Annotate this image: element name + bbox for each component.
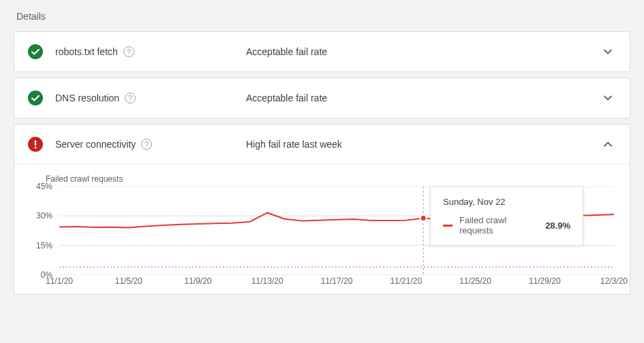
chart-title: Failed crawl requests (46, 174, 616, 184)
y-tick: 45% (36, 182, 52, 191)
svg-point-11 (420, 215, 427, 221)
details-row-server-expanded: Server connectivity ? High fail rate las… (14, 124, 630, 295)
chevron-down-icon (600, 93, 616, 103)
x-tick: 11/13/20 (251, 276, 283, 286)
svg-point-1 (28, 91, 43, 105)
y-tick: 30% (36, 211, 52, 220)
section-title: Details (16, 11, 630, 22)
chart-tooltip: Sunday, Nov 22 Failed crawl requests 28.… (430, 186, 583, 246)
tooltip-value: 28.9% (545, 220, 570, 231)
details-row-dns[interactable]: DNS resolution ? Acceptable fail rate (14, 78, 630, 118)
x-axis: 11/1/2011/5/2011/9/2011/13/2011/17/2011/… (59, 276, 614, 289)
svg-rect-3 (35, 140, 36, 146)
row-label: robots.txt fetch (55, 46, 118, 57)
row-status: Acceptable fail rate (246, 93, 600, 103)
help-icon[interactable]: ? (123, 46, 134, 57)
help-icon[interactable]: ? (125, 93, 136, 103)
x-tick: 11/9/20 (184, 276, 211, 286)
x-tick: 11/5/20 (115, 276, 142, 286)
help-icon[interactable]: ? (141, 139, 152, 150)
row-label: Server connectivity (55, 139, 136, 150)
row-status: High fail rate last week (246, 139, 600, 150)
x-tick: 11/25/20 (459, 276, 491, 286)
details-row-server[interactable]: Server connectivity ? High fail rate las… (14, 125, 630, 165)
x-tick: 12/3/20 (600, 276, 628, 286)
x-tick: 11/29/20 (529, 276, 561, 286)
x-tick: 11/1/20 (46, 276, 73, 286)
tooltip-title: Sunday, Nov 22 (443, 197, 570, 207)
svg-point-0 (28, 44, 43, 59)
chart-area: Failed crawl requests 45% 30% 15% 0% (14, 165, 630, 294)
status-ok-icon (28, 91, 55, 105)
svg-point-4 (35, 147, 37, 149)
y-axis: 45% 30% 15% 0% (28, 186, 57, 275)
x-tick: 11/21/20 (390, 276, 422, 286)
details-row-robots[interactable]: robots.txt fetch ? Acceptable fail rate (14, 32, 630, 71)
status-error-icon (28, 137, 55, 152)
tooltip-series-swatch (443, 225, 453, 227)
y-tick: 15% (36, 241, 52, 250)
status-ok-icon (28, 44, 55, 59)
row-label: DNS resolution (55, 93, 119, 103)
row-status: Acceptable fail rate (246, 46, 600, 57)
tooltip-series-label: Failed crawl requests (459, 215, 540, 235)
x-tick: 11/17/20 (321, 276, 353, 286)
chevron-up-icon (600, 140, 616, 149)
chevron-down-icon (600, 47, 616, 56)
